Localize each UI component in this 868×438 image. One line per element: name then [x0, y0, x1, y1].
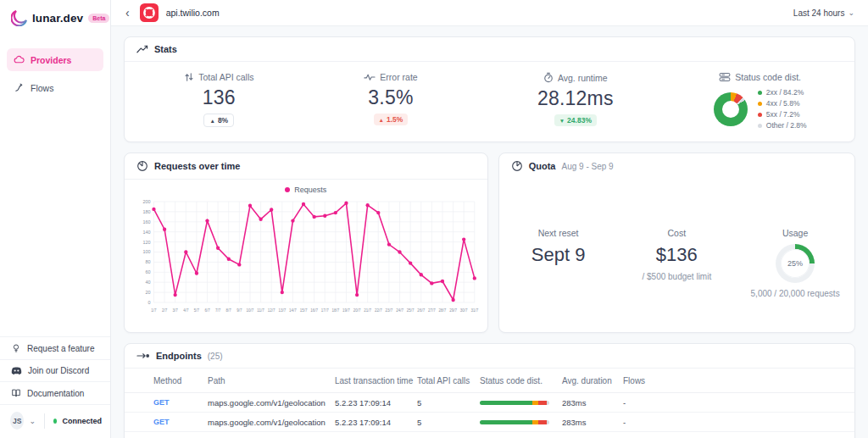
- legend-label: 5xx / 7.2%: [766, 110, 800, 119]
- stats-title: Stats: [154, 44, 177, 54]
- divider: [44, 413, 45, 429]
- legend-dot: [285, 187, 290, 192]
- requests-over-time-card: Requests over time Requests 020406080100…: [124, 152, 488, 333]
- request-feature-link[interactable]: Request a feature: [0, 336, 110, 359]
- status-code-bar: [480, 401, 549, 405]
- flow-icon: [14, 82, 25, 93]
- table-row[interactable]: GETmaps.google.com/v1/geolocation5.2.23 …: [125, 393, 854, 413]
- legend-item: 4xx / 5.8%: [758, 99, 807, 108]
- stat-value: 3.5%: [368, 86, 413, 109]
- request-feature-label: Request a feature: [27, 344, 95, 353]
- endpoint-total-calls: 5: [417, 398, 480, 408]
- server-stack-icon: [719, 72, 731, 82]
- stat-label: Total API calls: [198, 72, 253, 82]
- svg-text:20/7: 20/7: [353, 308, 361, 313]
- next-reset-value: Sept 9: [531, 244, 586, 266]
- endpoint-avg-duration: 283ms: [562, 398, 623, 408]
- svg-text:120: 120: [142, 240, 150, 245]
- documentation-link[interactable]: Documentation: [0, 381, 110, 404]
- svg-text:10/7: 10/7: [247, 308, 254, 313]
- time-range-select[interactable]: Last 24 hours ⌄: [793, 8, 854, 18]
- svg-text:25/7: 25/7: [407, 308, 415, 313]
- pie-chart-icon: [136, 160, 148, 172]
- stopwatch-icon: [543, 72, 554, 83]
- stat-label: Status code dist.: [735, 72, 801, 82]
- transfer-arrows-icon: [184, 72, 194, 82]
- stat-avg-runtime: Avg. runtime 28.12ms ▼ 24.83%: [476, 72, 674, 130]
- svg-text:7/7: 7/7: [215, 308, 221, 313]
- app-window: lunar.dev Beta Providers Flows: [0, 0, 868, 438]
- svg-text:100: 100: [142, 249, 150, 254]
- endpoints-card: Endpoints (25) Method Path Last transact…: [124, 343, 855, 438]
- chevron-down-icon[interactable]: ⌄: [29, 417, 36, 425]
- sidebar-footer: Request a feature Join our Discord Docum…: [0, 336, 110, 438]
- legend-dot: [758, 102, 762, 106]
- svg-text:11/7: 11/7: [257, 308, 264, 313]
- sidebar-item-flows[interactable]: Flows: [7, 76, 103, 99]
- arrow-up-icon: ▲: [379, 117, 384, 123]
- endpoints-table-header: Method Path Last transaction time Total …: [125, 369, 854, 393]
- stat-value: 136: [203, 86, 236, 109]
- usage-ring: 25%: [776, 244, 815, 283]
- svg-text:40: 40: [145, 280, 150, 285]
- svg-text:12/7: 12/7: [268, 308, 275, 313]
- svg-text:16/7: 16/7: [310, 308, 318, 313]
- svg-text:31/7: 31/7: [470, 308, 478, 313]
- connection-status-dot: [53, 419, 58, 424]
- col-last-transaction: Last transaction time: [335, 376, 417, 385]
- delta-badge: ▲ 8%: [203, 114, 234, 127]
- sidebar: lunar.dev Beta Providers Flows: [0, 0, 111, 438]
- svg-text:19/7: 19/7: [342, 308, 350, 313]
- topbar: ‹ api.twilio.com Last 24 hours ⌄: [111, 0, 868, 26]
- table-row[interactable]: GETmaps.google.com/v1/geolocation5.2.23 …: [125, 413, 854, 432]
- arrow-down-icon: ▼: [559, 118, 565, 124]
- endpoint-last-transaction: 5.2.23 17:09:14: [335, 398, 417, 408]
- activity-pulse-icon: [364, 73, 376, 81]
- svg-text:15/7: 15/7: [300, 308, 308, 313]
- discord-link[interactable]: Join our Discord: [0, 359, 110, 381]
- sidebar-item-label: Providers: [31, 55, 71, 65]
- svg-text:24/7: 24/7: [396, 308, 403, 313]
- usage-percent: 25%: [787, 259, 803, 268]
- status-code-donut: [714, 92, 748, 126]
- brand-logo[interactable]: lunar.dev Beta: [0, 0, 110, 26]
- svg-text:23/7: 23/7: [386, 308, 393, 313]
- time-range-label: Last 24 hours: [793, 8, 845, 18]
- endpoint-avg-duration: 283ms: [562, 418, 623, 427]
- table-row[interactable]: GETmaps.google.com/v1/geolocation5.2.23 …: [125, 432, 854, 438]
- lightbulb-icon: [11, 343, 21, 353]
- svg-text:180: 180: [142, 209, 150, 214]
- delta-badge: ▼ 24.83%: [554, 114, 597, 126]
- quota-usage: Usage 25% 5,000 / 20,000 requests: [736, 228, 854, 298]
- quota-body: Next reset Sept 9 Cost $136 / $500 budge…: [499, 179, 854, 298]
- twilio-logo-icon: [140, 3, 159, 22]
- svg-text:8/7: 8/7: [226, 308, 232, 313]
- book-icon: [11, 388, 21, 398]
- budget-note: / $500 budget limit: [642, 272, 711, 281]
- pie-chart-icon: [511, 160, 523, 172]
- delta-value: 24.83%: [567, 116, 592, 125]
- svg-text:26/7: 26/7: [417, 308, 425, 313]
- quota-card: Quota Aug 9 - Sep 9 Next reset Sept 9 Co…: [498, 152, 855, 333]
- svg-text:18/7: 18/7: [331, 308, 339, 313]
- user-avatar[interactable]: JS: [10, 412, 24, 430]
- sidebar-nav: Providers Flows: [7, 48, 103, 99]
- legend-dot: [758, 91, 762, 95]
- sidebar-item-providers[interactable]: Providers: [7, 48, 103, 71]
- legend-dot: [758, 124, 762, 128]
- svg-text:2/7: 2/7: [162, 308, 168, 313]
- lunar-crescent-icon: [11, 9, 28, 26]
- svg-text:0: 0: [147, 300, 150, 305]
- endpoint-path: maps.google.com/v1/geolocation: [208, 418, 335, 427]
- stat-label: Error rate: [380, 72, 417, 82]
- endpoint-path: maps.google.com/v1/geolocation: [208, 398, 335, 408]
- back-button[interactable]: ‹: [123, 7, 132, 19]
- next-reset-label: Next reset: [538, 228, 579, 238]
- cost-value: $136: [656, 244, 698, 266]
- discord-icon: [11, 366, 22, 375]
- endpoint-flows: -: [623, 418, 854, 427]
- svg-text:21/7: 21/7: [364, 308, 371, 313]
- svg-text:80: 80: [145, 259, 150, 264]
- sidebar-item-label: Flows: [31, 83, 53, 93]
- legend-label: Other / 2.8%: [766, 121, 807, 130]
